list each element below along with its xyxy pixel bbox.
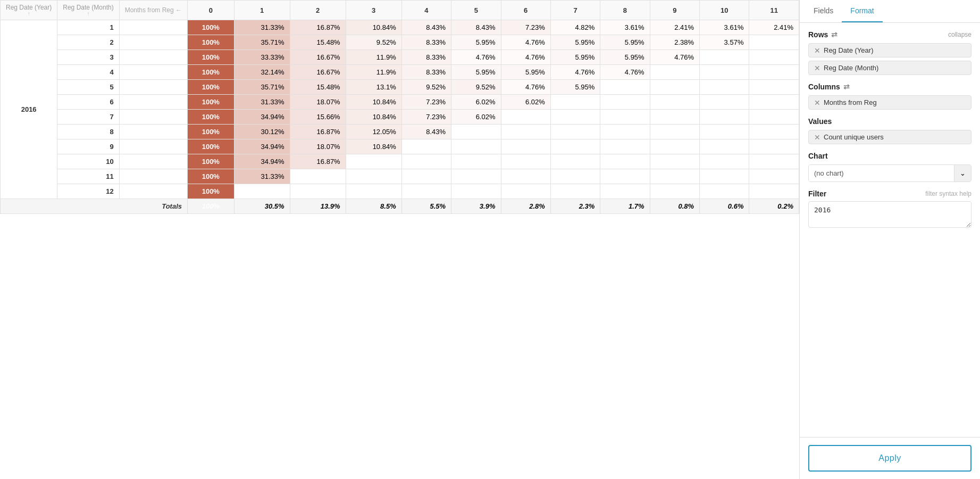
cell-value — [401, 169, 451, 184]
cell-value: 100% — [188, 35, 234, 50]
cell-value: 16.87% — [290, 125, 346, 139]
pill-count-unique-users[interactable]: ✕ Count unique users — [808, 130, 971, 144]
collapse-link[interactable]: collapse — [948, 31, 971, 38]
cell-value: 30.12% — [234, 125, 290, 139]
cell-months-from-reg — [119, 95, 187, 110]
chart-select-wrapper: (no chart) ⌄ — [808, 164, 971, 182]
cell-value: 100% — [188, 184, 234, 199]
remove-months-from-reg[interactable]: ✕ — [814, 99, 820, 106]
cell-value: 2.41% — [749, 20, 799, 35]
cell-value — [600, 125, 650, 139]
cell-value: 31.33% — [234, 95, 290, 110]
cell-value — [401, 184, 451, 199]
chart-select-arrow-icon[interactable]: ⌄ — [954, 165, 971, 181]
cell-value: 4.76% — [501, 80, 550, 95]
cell-year: 2016 — [1, 20, 57, 199]
cell-value — [451, 154, 501, 169]
cell-value: 16.87% — [290, 154, 346, 169]
cell-value: 11.9% — [346, 50, 401, 65]
header-col-5: 5 — [451, 1, 501, 20]
cell-value: 33.33% — [234, 50, 290, 65]
cell-value — [700, 65, 749, 80]
rows-refresh-icon[interactable]: ⇄ — [831, 30, 837, 39]
totals-cell: 2.8% — [501, 199, 550, 214]
remove-reg-date-year[interactable]: ✕ — [814, 47, 820, 54]
cell-months-from-reg — [119, 110, 187, 125]
cell-value: 34.94% — [234, 110, 290, 125]
cell-value — [700, 184, 749, 199]
cell-value: 100% — [188, 50, 234, 65]
cell-months-from-reg — [119, 20, 187, 35]
cell-month: 12 — [57, 184, 119, 199]
cell-value: 3.57% — [700, 35, 749, 50]
cell-value: 4.76% — [600, 65, 650, 80]
cell-value — [451, 125, 501, 139]
header-col-6: 6 — [501, 1, 550, 20]
cell-value: 4.76% — [451, 50, 501, 65]
pill-reg-date-year[interactable]: ✕ Reg Date (Year) — [808, 43, 971, 57]
header-col-4: 4 — [401, 1, 451, 20]
totals-cell: 30.5% — [234, 199, 290, 214]
sort-arrow-month[interactable]: ↑ — [63, 11, 113, 16]
cell-value: 10.84% — [346, 20, 401, 35]
header-col-9: 9 — [650, 1, 699, 20]
cell-value — [401, 139, 451, 154]
apply-button[interactable]: Apply — [808, 445, 971, 472]
cell-value — [749, 154, 799, 169]
header-reg-date-year: Reg Date (Year) ↑ — [1, 1, 57, 20]
cell-value: 100% — [188, 139, 234, 154]
remove-count-unique-users[interactable]: ✕ — [814, 134, 820, 141]
cell-value — [700, 169, 749, 184]
cell-value: 15.48% — [290, 80, 346, 95]
cell-value — [700, 95, 749, 110]
pill-reg-date-month[interactable]: ✕ Reg Date (Month) — [808, 61, 971, 75]
cell-month: 11 — [57, 169, 119, 184]
values-title: Values — [808, 117, 971, 126]
cell-value — [550, 139, 600, 154]
cell-value — [650, 169, 699, 184]
tab-format[interactable]: Format — [842, 0, 882, 22]
cell-value: 31.33% — [234, 169, 290, 184]
filter-input[interactable]: 2016 — [808, 201, 971, 228]
cell-value — [700, 125, 749, 139]
cell-value: 9.52% — [451, 80, 501, 95]
totals-cell: 0.2% — [749, 199, 799, 214]
sort-arrow-year[interactable]: ↑ — [6, 11, 52, 16]
tab-fields[interactable]: Fields — [805, 0, 842, 22]
cell-value: 18.07% — [290, 95, 346, 110]
values-pills: ✕ Count unique users — [808, 130, 971, 144]
cell-value — [700, 50, 749, 65]
cell-value: 12.05% — [346, 125, 401, 139]
columns-refresh-icon[interactable]: ⇄ — [843, 82, 850, 91]
cell-value — [501, 125, 550, 139]
header-col-8: 8 — [600, 1, 650, 20]
cell-value — [749, 125, 799, 139]
header-col-1: 1 — [234, 1, 290, 20]
cohort-table: Reg Date (Year) ↑ Reg Date (Month) ↑ Mon… — [0, 0, 799, 214]
cell-months-from-reg — [119, 65, 187, 80]
totals-row: Totals100%30.5%13.9%8.5%5.5%3.9%2.8%2.3%… — [1, 199, 799, 214]
cell-value — [234, 184, 290, 199]
cell-value — [600, 169, 650, 184]
cell-value — [749, 139, 799, 154]
cell-value: 9.52% — [401, 80, 451, 95]
pill-months-from-reg[interactable]: ✕ Months from Reg — [808, 95, 971, 110]
cell-value: 5.95% — [600, 35, 650, 50]
table-row: 2100%35.71%15.48%9.52%8.33%5.95%4.76%5.9… — [1, 35, 799, 50]
cell-value — [600, 110, 650, 125]
cell-value — [700, 154, 749, 169]
cell-value — [550, 154, 600, 169]
cell-months-from-reg — [119, 35, 187, 50]
filter-syntax-link[interactable]: filter syntax help — [925, 190, 971, 197]
cell-months-from-reg — [119, 125, 187, 139]
cell-month: 2 — [57, 35, 119, 50]
cell-value: 5.95% — [501, 65, 550, 80]
cell-value: 16.67% — [290, 50, 346, 65]
chart-select[interactable]: (no chart) — [809, 165, 954, 181]
cell-value: 34.94% — [234, 139, 290, 154]
cell-value — [401, 154, 451, 169]
cell-value — [600, 154, 650, 169]
cell-value: 4.82% — [550, 20, 600, 35]
remove-reg-date-month[interactable]: ✕ — [814, 64, 820, 72]
cell-value: 5.95% — [600, 50, 650, 65]
